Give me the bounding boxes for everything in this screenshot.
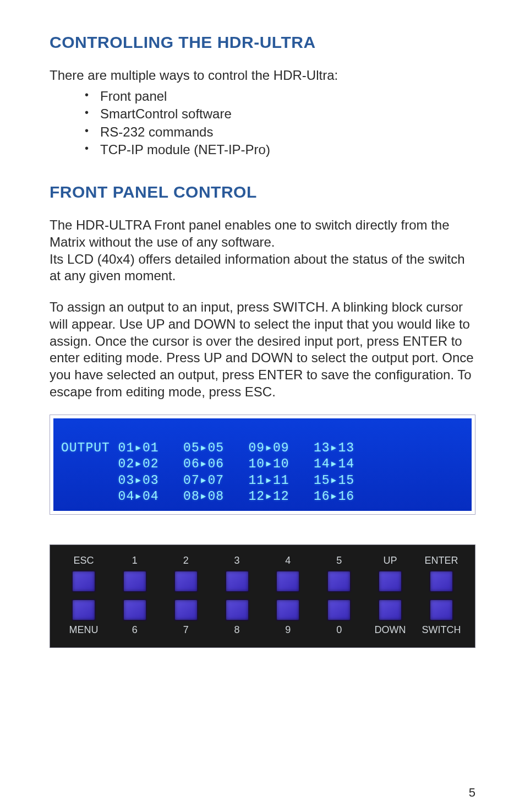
lcd-display: OUTPUT 01▸01 05▸05 09▸09 13▸13 02▸02 06▸… [50,415,475,514]
panel-cell-2: 2 [167,555,205,592]
label-4: 4 [285,555,291,567]
paragraph-2: To assign an output to an input, press S… [50,299,475,400]
label-9: 9 [285,624,291,636]
label-enter: ENTER [424,555,458,567]
heading-front-panel: FRONT PANEL CONTROL [50,183,475,201]
panel-cell-esc: ESC [64,555,103,592]
label-menu: MENU [69,624,99,636]
button-9[interactable] [276,599,300,621]
button-0[interactable] [327,599,351,621]
label-esc: ESC [73,555,94,567]
list-item: Front panel [85,88,475,105]
panel-cell-menu: MENU [64,599,103,636]
panel-cell-down: DOWN [371,599,409,636]
lcd-line: OUTPUT 01▸01 05▸05 09▸09 13▸13 [61,441,354,455]
button-down[interactable] [378,599,402,621]
panel-cell-switch: SWITCH [422,599,461,636]
bullet-list: Front panel SmartControl software RS-232… [50,88,475,159]
button-5[interactable] [327,570,351,592]
lcd-line: 04▸04 08▸08 12▸12 16▸16 [61,489,354,504]
button-2[interactable] [174,570,198,592]
button-switch[interactable] [429,599,453,621]
panel-cell-1: 1 [116,555,154,592]
label-down: DOWN [375,624,406,636]
lcd-line: 02▸02 06▸06 10▸10 14▸14 [61,457,354,471]
panel-top-row: ESC 1 2 3 4 5 UP ENTER [64,555,461,592]
panel-cell-7: 7 [167,599,205,636]
button-4[interactable] [276,570,300,592]
button-menu[interactable] [72,599,96,621]
heading-controlling: CONTROLLING THE HDR-ULTRA [50,33,475,52]
button-esc[interactable] [72,570,96,592]
label-8: 8 [234,624,240,636]
panel-bottom-row: MENU 6 7 8 9 0 DOWN SWITCH [64,599,461,636]
button-1[interactable] [123,570,147,592]
button-3[interactable] [225,570,249,592]
page-number: 5 [469,786,475,800]
list-item: RS-232 commands [85,123,475,141]
button-up[interactable] [378,570,402,592]
button-7[interactable] [174,599,198,621]
label-switch: SWITCH [422,624,461,636]
button-6[interactable] [123,599,147,621]
list-item: SmartControl software [85,105,475,123]
label-1: 1 [132,555,138,567]
front-panel: ESC 1 2 3 4 5 UP ENTER [50,544,475,648]
panel-cell-5: 5 [320,555,358,592]
button-enter[interactable] [429,570,453,592]
label-3: 3 [234,555,240,567]
panel-cell-4: 4 [269,555,307,592]
panel-cell-9: 9 [269,599,307,636]
label-7: 7 [183,624,189,636]
panel-cell-3: 3 [218,555,256,592]
paragraph-1: The HDR-ULTRA Front panel enables one to… [50,217,475,285]
panel-cell-6: 6 [116,599,154,636]
button-8[interactable] [225,599,249,621]
lcd-line: 03▸03 07▸07 11▸11 15▸15 [61,473,354,488]
label-5: 5 [336,555,342,567]
list-item: TCP-IP module (NET-IP-Pro) [85,141,475,159]
panel-cell-0: 0 [320,599,358,636]
lcd-screen: OUTPUT 01▸01 05▸05 09▸09 13▸13 02▸02 06▸… [53,418,472,510]
label-6: 6 [132,624,138,636]
panel-cell-enter: ENTER [422,555,461,592]
label-0: 0 [336,624,342,636]
panel-cell-8: 8 [218,599,256,636]
label-2: 2 [183,555,189,567]
intro-text: There are multiple ways to control the H… [50,67,475,84]
panel-cell-up: UP [371,555,409,592]
label-up: UP [384,555,397,567]
